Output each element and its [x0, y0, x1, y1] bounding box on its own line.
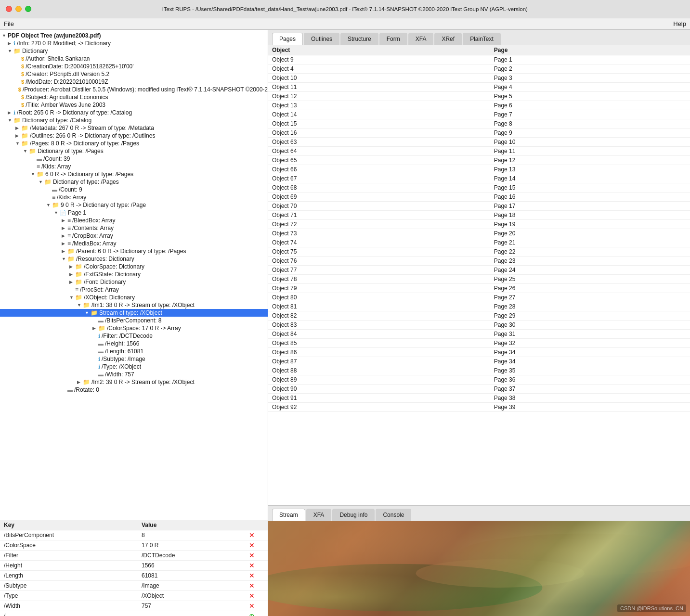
table-row[interactable]: Object 14Page 7 — [268, 110, 690, 119]
tree-creator[interactable]: $ /Creator: PScript5.dll Version 5.2 — [0, 70, 268, 78]
tab-plaintext[interactable]: PlainText — [463, 33, 501, 45]
tree-kids1[interactable]: ≡ /Kids: Array — [0, 163, 268, 170]
table-row[interactable]: Object 13Page 6 — [268, 101, 690, 110]
tree-metadata[interactable]: ▶ 📁 /Metadata: 267 0 R -> Stream of type… — [0, 124, 268, 132]
table-row[interactable]: Object 68Page 15 — [268, 183, 690, 192]
tree-length[interactable]: ▬ /Length: 61081 — [0, 347, 268, 355]
table-row[interactable]: Object 66Page 13 — [268, 165, 690, 174]
tab-debug[interactable]: Debug info — [332, 509, 375, 521]
maximize-button[interactable] — [25, 6, 31, 12]
tree-pages-ref[interactable]: ▼ 📁 /Pages: 8 0 R -> Dictionary of type:… — [0, 140, 268, 147]
tree-cs2[interactable]: ▶ 📁 /ColorSpace: 17 0 R -> Array — [0, 324, 268, 332]
obj-table-container[interactable]: Object Page Object 9Page 1Object 4Page 2… — [268, 45, 690, 505]
table-row[interactable]: Object 82Page 29 — [268, 311, 690, 321]
table-row[interactable]: Object 88Page 35 — [268, 366, 690, 375]
table-row[interactable]: Object 84Page 31 — [268, 330, 690, 339]
tree-height[interactable]: ▬ /Height: 1566 — [0, 340, 268, 347]
tree-subject[interactable]: $ /Subject: Agricultural Economics — [0, 93, 268, 101]
tree-outlines[interactable]: ▶ 📁 /Outlines: 266 0 R -> Dictionary of … — [0, 132, 268, 140]
tree-colorspace[interactable]: ▶ 📁 /ColorSpace: Dictionary — [0, 263, 268, 270]
tree-bleedbox[interactable]: ▶ ≡ /BleedBox: Array — [0, 217, 268, 224]
tree-title[interactable]: $ /Title: Amber Waves June 2003 — [0, 101, 268, 109]
tree-extgstate[interactable]: ▶ 📁 /ExtGState: Dictionary — [0, 270, 268, 278]
table-row[interactable]: Object 9Page 1 — [268, 55, 690, 64]
tree-root-ref[interactable]: ▶ ℹ /Root: 265 0 R -> Dictionary of type… — [0, 109, 268, 116]
tab-xref[interactable]: XRef — [434, 33, 462, 45]
table-row[interactable]: Object 75Page 22 — [268, 247, 690, 257]
tree-bitspercomp[interactable]: ▬ /BitsPerComponent: 8 — [0, 317, 268, 324]
table-row[interactable]: Object 86Page 34 — [268, 348, 690, 357]
table-row[interactable]: Object 92Page 39 — [268, 403, 690, 412]
table-row[interactable]: Object 69Page 16 — [268, 192, 690, 202]
table-row[interactable]: Object 67Page 14 — [268, 174, 690, 183]
table-row[interactable]: Object 12Page 5 — [268, 92, 690, 101]
tree-area[interactable]: ▼ PDF Object Tree (awjune2003.pdf) ▶ ℹ /… — [0, 30, 268, 520]
tab-form[interactable]: Form — [379, 33, 407, 45]
tree-pdict2[interactable]: ▼ 📁 Dictionary of type: /Pages — [0, 178, 268, 186]
tree-filter[interactable]: ℹ /Filter: /DCTDecode — [0, 332, 268, 340]
table-row[interactable]: Object 80Page 27 — [268, 293, 690, 302]
table-row[interactable]: Object 16Page 9 — [268, 128, 690, 138]
tree-count1[interactable]: ▬ /Count: 39 — [0, 155, 268, 163]
table-row[interactable]: Object 91Page 38 — [268, 394, 690, 403]
tree-catalog[interactable]: ▼ 📁 Dictionary of type: /Catalog — [0, 116, 268, 124]
tab-stream[interactable]: Stream — [272, 509, 305, 521]
tree-6r[interactable]: ▼ 📁 6 0 R -> Dictionary of type: /Pages — [0, 170, 268, 178]
table-row[interactable]: Object 76Page 23 — [268, 257, 690, 266]
table-row[interactable]: Object 90Page 37 — [268, 385, 690, 394]
table-row[interactable]: Object 71Page 18 — [268, 211, 690, 220]
tree-page1[interactable]: ▼ 📄 Page 1 — [0, 209, 268, 217]
tree-im2[interactable]: ▶ 📁 /Im2: 39 0 R -> Stream of type: /XOb… — [0, 378, 268, 386]
tree-resources[interactable]: ▼ 📁 /Resources: Dictionary — [0, 255, 268, 263]
minimize-button[interactable] — [15, 6, 22, 12]
tree-width[interactable]: ▬ /Width: 757 — [0, 371, 268, 378]
tree-pages-dict[interactable]: ▼ 📁 Dictionary of type: /Pages — [0, 147, 268, 155]
tree-font[interactable]: ▶ 📁 /Font: Dictionary — [0, 278, 268, 286]
table-row[interactable]: Object 72Page 19 — [268, 220, 690, 229]
tree-info[interactable]: ▶ ℹ /Info: 270 0 R Modified; -> Dictiona… — [0, 39, 268, 47]
close-button[interactable] — [6, 6, 12, 12]
tree-mediabox[interactable]: ▶ ≡ /MediaBox: Array — [0, 240, 268, 247]
tab-pages[interactable]: Pages — [272, 33, 303, 45]
tree-creationdate[interactable]: $ /CreationDate: D:20040915182625+10'00' — [0, 63, 268, 70]
table-row[interactable]: Object 85Page 32 — [268, 339, 690, 348]
tree-kids2[interactable]: ≡ /Kids: Array — [0, 193, 268, 201]
menu-help[interactable]: Help — [673, 20, 686, 27]
tab-outlines[interactable]: Outlines — [304, 33, 339, 45]
tree-im1[interactable]: ▼ 📁 /Im1: 38 0 R -> Stream of type: /XOb… — [0, 301, 268, 309]
tree-type[interactable]: ℹ /Type: /XObject — [0, 363, 268, 371]
tree-xobject[interactable]: ▼ 📁 /XObject: Dictionary — [0, 294, 268, 301]
table-row[interactable]: Object 65Page 12 — [268, 156, 690, 165]
table-row[interactable]: Object 63Page 10 — [268, 138, 690, 147]
tree-procset[interactable]: ≡ /ProcSet: Array — [0, 286, 268, 294]
table-row[interactable]: Object 64Page 11 — [268, 147, 690, 156]
tab-console[interactable]: Console — [376, 509, 411, 521]
table-row[interactable]: Object 87Page 34 — [268, 357, 690, 366]
menu-file[interactable]: File — [4, 20, 14, 27]
table-row[interactable]: Object 83Page 30 — [268, 321, 690, 330]
tree-producer[interactable]: $ /Producer: Acrobat Distiller 5.0.5 (Wi… — [0, 86, 268, 93]
tree-contents[interactable]: ▶ ≡ /Contents: Array — [0, 224, 268, 232]
tree-stream-xobject[interactable]: ▼ 📁 Stream of type: /XObject — [0, 309, 268, 317]
tree-author[interactable]: $ /Author: Sheila Sankaran — [0, 55, 268, 63]
tree-9r[interactable]: ▼ 📁 9 0 R -> Dictionary of type: /Page — [0, 201, 268, 209]
table-row[interactable]: Object 10Page 3 — [268, 74, 690, 83]
tab-structure[interactable]: Structure — [340, 33, 378, 45]
tree-cropbox[interactable]: ▶ ≡ /CropBox: Array — [0, 232, 268, 240]
table-row[interactable]: Object 4Page 2 — [268, 64, 690, 74]
tab-xfa-bottom[interactable]: XFA — [306, 509, 332, 521]
table-row[interactable]: Object 11Page 4 — [268, 83, 690, 92]
table-row[interactable]: Object 78Page 25 — [268, 275, 690, 284]
table-row[interactable]: Object 74Page 21 — [268, 238, 690, 247]
tree-rotate[interactable]: ▬ /Rotate: 0 — [0, 386, 268, 394]
tree-dict1[interactable]: ▼ 📁 Dictionary — [0, 47, 268, 55]
table-row[interactable]: Object 73Page 20 — [268, 229, 690, 238]
table-row[interactable]: Object 79Page 26 — [268, 284, 690, 293]
tree-subtype[interactable]: ℹ /Subtype: /Image — [0, 355, 268, 363]
tree-count2[interactable]: ▬ /Count: 9 — [0, 186, 268, 193]
tree-root[interactable]: ▼ PDF Object Tree (awjune2003.pdf) — [0, 32, 268, 39]
table-row[interactable]: Object 89Page 36 — [268, 375, 690, 385]
table-row[interactable]: Object 15Page 8 — [268, 119, 690, 128]
table-row[interactable]: Object 70Page 17 — [268, 202, 690, 211]
tree-moddate[interactable]: $ /ModDate: D:20220210100019Z — [0, 78, 268, 86]
